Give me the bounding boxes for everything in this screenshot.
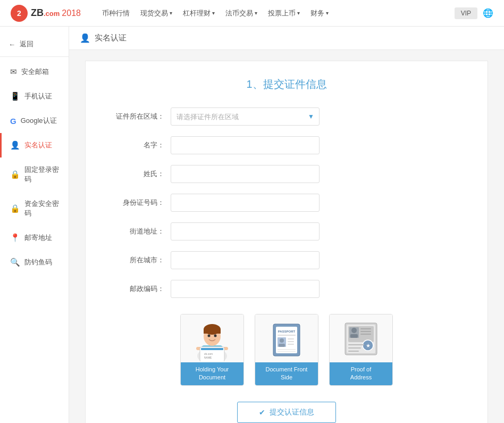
upload-label-front: Document Front Side [255,362,318,385]
layout: ← 返回 ✉ 安全邮箱 📱 手机认证 G Google认证 👤 实名认证 🔒 固… [0,27,504,423]
submit-label: 提交认证信息 [270,408,314,417]
svg-rect-38 [348,351,359,352]
form-section-title: 1、提交证件信息 [107,77,466,92]
svg-rect-22 [288,344,294,345]
phone-icon: 📱 [10,92,20,101]
form-row-postal: 邮政编码： [107,280,466,298]
svg-text:★: ★ [366,343,371,349]
passport-illustration: PASSPORT [265,319,308,359]
form-row-city: 所在城市： [107,251,466,269]
svg-rect-20 [288,338,294,339]
holding-illustration: zb.com NAME [188,316,236,361]
upload-card-front[interactable]: PASSPORT [255,314,318,386]
page-header-bar: 👤 实名认证 [69,27,504,50]
svg-point-6 [214,334,217,337]
sidebar-item-label: 邮寄地址 [24,233,52,243]
city-input[interactable] [171,251,320,269]
sidebar-item-fund-pwd[interactable]: 🔒 资金安全密码 [0,192,69,226]
header-right: VIP 🌐 [455,7,493,19]
label-firstname: 名字： [107,140,171,150]
sidebar-item-label: 固定登录密码 [24,165,60,184]
email-icon: ✉ [10,67,17,77]
nav-item-fiat[interactable]: 法币交易 ▾ [225,9,257,18]
svg-text:NAME: NAME [204,356,212,359]
svg-rect-16 [278,335,296,336]
form-row-firstname: 名字： [107,136,466,154]
firstname-input[interactable] [171,136,320,154]
sidebar-item-google[interactable]: G Google认证 [0,109,69,133]
svg-rect-10 [201,348,223,350]
street-input[interactable] [171,222,320,240]
nav-item-leverage[interactable]: 杠杆理财 ▾ [183,9,215,18]
sidebar-item-login-pwd[interactable]: 🔒 固定登录密码 [0,157,69,192]
nav-item-market[interactable]: 币种行情 [102,9,130,18]
svg-point-5 [208,334,211,337]
address-illustration: ★ [340,319,382,359]
logo-year: 2018 [62,9,81,18]
upload-image-front: PASSPORT [255,314,318,362]
sidebar-item-anti-fish[interactable]: 🔍 防钓鱼码 [0,250,69,275]
svg-point-18 [280,338,284,343]
svg-rect-35 [360,334,371,335]
idnumber-input[interactable] [171,194,320,212]
sidebar-item-label: 安全邮箱 [21,67,49,77]
back-arrow-icon: ← [9,40,15,48]
svg-rect-33 [360,328,371,329]
upload-image-holding: zb.com NAME [181,314,243,362]
label-street: 街道地址： [107,227,171,236]
svg-rect-21 [288,341,294,342]
svg-rect-19 [279,344,285,347]
logo-circle: 2 [11,5,28,22]
submit-section: ✔ 提交认证信息 [107,402,466,423]
lock-icon: 🔒 [10,170,20,179]
svg-rect-23 [278,349,296,350]
region-select-wrapper: 请选择证件所在区域 ▼ [171,107,320,126]
form-row-region: 证件所在区域： 请选择证件所在区域 ▼ [107,107,466,126]
sidebar-item-address[interactable]: 📍 邮寄地址 [0,226,69,250]
submit-button[interactable]: ✔ 提交认证信息 [237,402,336,423]
nav-item-finance[interactable]: 财务 ▾ [310,9,329,18]
label-region: 证件所在区域： [107,112,171,121]
upload-label-address: Proof of Address [330,362,392,385]
location-icon: 📍 [10,233,20,243]
sidebar-item-label: 手机认证 [24,92,52,101]
sidebar-item-label: 资金安全密码 [24,199,60,218]
svg-rect-24 [278,351,296,352]
postal-input[interactable] [171,280,320,298]
upload-card-holding[interactable]: zb.com NAME Holding Your Document [180,314,244,386]
svg-rect-37 [348,347,361,349]
nav-item-spot[interactable]: 现货交易 ▾ [140,9,172,18]
google-icon: G [10,117,16,126]
sidebar: ← 返回 ✉ 安全邮箱 📱 手机认证 G Google认证 👤 实名认证 🔒 固… [0,27,69,423]
check-icon: ✔ [259,408,265,417]
form-row-street: 街道地址： [107,222,466,240]
logo-name: ZB.com [31,7,60,19]
person-icon: 👤 [10,140,20,150]
globe-icon[interactable]: 🌐 [483,8,493,18]
logo[interactable]: 2 ZB.com 2018 [11,5,81,22]
svg-text:PASSPORT: PASSPORT [278,330,296,333]
sidebar-item-label: 实名认证 [24,140,52,150]
page-header-icon: 👤 [80,33,90,43]
header: 2 ZB.com 2018 币种行情 现货交易 ▾ 杠杆理财 ▾ 法币交易 ▾ … [0,0,504,27]
region-select[interactable]: 请选择证件所在区域 [171,107,320,126]
upload-label-holding: Holding Your Document [181,362,243,385]
lastname-input[interactable] [171,165,320,183]
sidebar-item-label: 防钓鱼码 [24,258,52,267]
svg-point-29 [351,328,357,333]
main-content: 👤 实名认证 1、提交证件信息 证件所在区域： 请选择证件所在区域 ▼ 名字： [69,27,504,423]
main-nav: 币种行情 现货交易 ▾ 杠杆理财 ▾ 法币交易 ▾ 投票上币 ▾ 财务 ▾ [102,9,455,18]
svg-text:zb.com: zb.com [204,352,213,355]
user-button[interactable]: VIP [455,7,477,19]
sidebar-item-email[interactable]: ✉ 安全邮箱 [0,60,69,84]
back-label: 返回 [20,39,33,49]
fish-icon: 🔍 [10,258,20,267]
sidebar-item-phone[interactable]: 📱 手机认证 [0,84,69,109]
sidebar-item-label: Google认证 [21,116,57,126]
form-row-idnumber: 身份证号码： [107,194,466,212]
upload-image-address: ★ [330,314,392,362]
nav-item-vote[interactable]: 投票上币 ▾ [268,9,300,18]
upload-card-address[interactable]: ★ Proof of Address [329,314,393,386]
sidebar-back[interactable]: ← 返回 [0,32,69,57]
sidebar-item-realname[interactable]: 👤 实名认证 [0,133,69,157]
